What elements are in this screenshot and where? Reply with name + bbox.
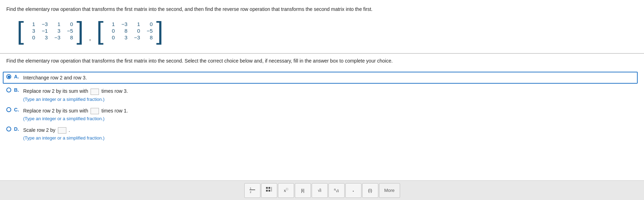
m2-r2c1: 0	[107, 28, 115, 34]
matrix2-row3: 0 3 −3 8	[107, 34, 153, 40]
matrix1-wrapper: [ 1 −3 1 0 3 −1 3 −5 0 3 −3	[17, 18, 84, 43]
choice-c-hint: (Type an integer or a simplified fractio…	[23, 116, 105, 121]
matrix1-row2: 3 −1 3 −5	[27, 28, 73, 34]
choice-c-text: Replace row 2 by its sum with times row …	[23, 107, 128, 123]
m1-r3c3: −3	[53, 34, 60, 40]
svg-rect-4	[268, 187, 270, 189]
dot-icon: ·	[352, 187, 354, 194]
comma-separator: ,	[89, 34, 91, 42]
m1-r1c2: −3	[40, 21, 48, 27]
choice-d-after: .	[69, 127, 70, 133]
m2-r2c4: −5	[145, 28, 153, 34]
m2-r2c2: 8	[120, 28, 127, 34]
m1-r3c4: 8	[65, 34, 73, 40]
matrix2-row2: 0 8 0 −5	[107, 28, 153, 34]
matrix1-row3: 0 3 −3 8	[27, 34, 73, 40]
matrices-container: [ 1 −3 1 0 3 −1 3 −5 0 3 −3	[17, 18, 638, 43]
choice-c-item[interactable]: C. Replace row 2 by its sum with times r…	[6, 107, 638, 123]
matrix-icon	[265, 186, 273, 195]
m1-r3c1: 0	[27, 34, 35, 40]
choice-b-hint: (Type an integer or a simplified fractio…	[23, 97, 105, 102]
choice-b-item[interactable]: B. Replace row 2 by its sum with times r…	[6, 87, 638, 103]
problem-text: Find the elementary row operation that t…	[6, 6, 638, 13]
m1-r1c4: 0	[65, 21, 73, 27]
svg-text:2: 2	[250, 191, 251, 193]
nthroot-icon: n√i	[334, 188, 339, 193]
svg-rect-5	[266, 190, 268, 192]
choice-c-input[interactable]	[91, 108, 99, 114]
parens-button[interactable]: (i)	[362, 183, 378, 198]
matrix2-wrapper: [ 1 −3 1 0 0 8 0 −5 0 3 −3 8	[97, 18, 163, 43]
choice-b-before: Replace row 2 by its sum with	[23, 88, 89, 94]
choice-b-input[interactable]	[91, 89, 99, 95]
choices-section: A. Interchange row 2 and row 3. B. Repla…	[0, 72, 644, 150]
fraction-button[interactable]: 1 2	[244, 183, 260, 198]
subproblem-text: Find the elementary row operation that t…	[6, 58, 393, 64]
m2-r1c4: 0	[145, 21, 153, 27]
matrix2-bracket-left: [	[97, 18, 104, 43]
choice-b-letter: B.	[14, 87, 20, 93]
fraction-icon: 1 2	[248, 186, 256, 195]
m2-r2c3: 0	[132, 28, 140, 34]
m2-r1c1: 1	[107, 21, 115, 27]
matrix1-bracket-right: ]	[77, 18, 84, 43]
radio-d[interactable]	[6, 127, 11, 131]
matrix-button[interactable]	[261, 183, 277, 198]
choice-a-item[interactable]: A. Interchange row 2 and row 3.	[3, 72, 638, 84]
m1-r1c1: 1	[27, 21, 35, 27]
superscript-icon: x□	[284, 187, 288, 193]
choice-d-letter: D.	[14, 126, 20, 132]
dot-button[interactable]: ·	[345, 183, 361, 198]
choice-b-text: Replace row 2 by its sum with times row …	[23, 87, 128, 103]
m1-r2c2: −1	[40, 28, 48, 34]
toolbar: 1 2 x□ |i| √i n√i · (i)	[0, 180, 644, 200]
nthroot-button[interactable]: n√i	[328, 183, 345, 198]
svg-rect-3	[266, 187, 268, 189]
matrix1-bracket-left: [	[17, 18, 24, 43]
choice-a-label: Interchange row 2 and row 3.	[23, 75, 87, 80]
radio-c[interactable]	[6, 107, 11, 112]
choice-d-input[interactable]	[58, 127, 66, 134]
parens-icon: (i)	[368, 188, 372, 193]
absolute-value-icon: |i|	[301, 188, 305, 193]
m1-r2c1: 3	[27, 28, 35, 34]
m1-r1c3: 1	[53, 21, 60, 27]
radio-a[interactable]	[6, 74, 11, 79]
subproblem-section: Find the elementary row operation that t…	[0, 53, 644, 68]
m2-r1c3: 1	[132, 21, 140, 27]
choice-c-before: Replace row 2 by its sum with	[23, 108, 89, 114]
choice-d-before: Scale row 2 by	[23, 127, 57, 133]
m1-r3c2: 3	[40, 34, 48, 40]
more-button[interactable]: More	[379, 183, 400, 198]
m1-r2c4: −5	[65, 28, 73, 34]
svg-rect-6	[268, 190, 270, 192]
m2-r3c2: 3	[120, 34, 127, 40]
choice-d-hint: (Type an integer or a simplified fractio…	[23, 135, 105, 141]
matrix2-row1: 1 −3 1 0	[107, 21, 153, 27]
svg-text:1: 1	[250, 187, 251, 189]
absolute-value-button[interactable]: |i|	[295, 183, 311, 198]
superscript-button[interactable]: x□	[278, 183, 294, 198]
matrix2: 1 −3 1 0 0 8 0 −5 0 3 −3 8	[104, 20, 156, 42]
m2-r3c3: −3	[132, 34, 140, 40]
svg-rect-7	[271, 187, 272, 192]
main-content: Find the elementary row operation that t…	[0, 0, 644, 53]
choice-c-after: times row 1.	[101, 108, 128, 114]
sqrt-button[interactable]: √i	[312, 183, 328, 198]
radio-b[interactable]	[6, 88, 11, 92]
m2-r1c2: −3	[120, 21, 127, 27]
choice-b-after: times row 3.	[101, 88, 128, 94]
matrix2-bracket-right: ]	[156, 18, 163, 43]
choice-d-text: Scale row 2 by . (Type an integer or a s…	[23, 126, 105, 142]
m1-r2c3: 3	[53, 28, 60, 34]
matrix1: 1 −3 1 0 3 −1 3 −5 0 3 −3 8	[24, 20, 77, 42]
more-label: More	[384, 188, 395, 193]
choice-a-text: Interchange row 2 and row 3.	[23, 74, 87, 82]
m2-r3c1: 0	[107, 34, 115, 40]
choice-c-letter: C.	[14, 107, 20, 112]
sqrt-icon: √i	[318, 188, 321, 193]
choice-a-letter: A.	[14, 74, 20, 79]
matrix1-row1: 1 −3 1 0	[27, 21, 73, 27]
choice-d-item[interactable]: D. Scale row 2 by . (Type an integer or …	[6, 126, 638, 142]
m2-r3c4: 8	[145, 34, 153, 40]
